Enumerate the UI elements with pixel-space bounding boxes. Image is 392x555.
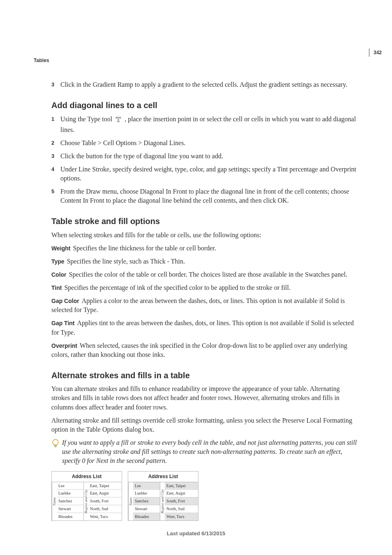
table-cell: East, Taipei bbox=[165, 482, 198, 490]
vertical-header-region: Region and City bbox=[160, 482, 165, 520]
definition-item: Gap TintApplies tint to the areas betwee… bbox=[51, 319, 357, 337]
step-item: 3 Click the button for the type of diago… bbox=[51, 152, 357, 161]
step-item: 3 Click in the Gradient Ramp to apply a … bbox=[51, 80, 357, 89]
table-cell: Luebke bbox=[57, 490, 83, 497]
footer-last-updated: Last updated 6/13/2015 bbox=[0, 530, 392, 536]
step-text: Choose Table > Cell Options > Diagonal L… bbox=[60, 139, 186, 146]
table-cell: Lee bbox=[57, 482, 83, 490]
step-number: 5 bbox=[51, 188, 54, 195]
svg-rect-0 bbox=[54, 445, 57, 446]
step-number: 4 bbox=[51, 166, 54, 173]
definition-desc: Applies tint to the areas between the da… bbox=[51, 319, 354, 335]
step-item: 5 From the Draw menu, choose Diagonal In… bbox=[51, 187, 357, 205]
heading-diagonal: Add diagonal lines to a cell bbox=[51, 100, 357, 111]
page: Tables 342 3 Click in the Gradient Ramp … bbox=[0, 0, 392, 555]
definition-desc: Specifies the line thickness for the tab… bbox=[73, 245, 216, 252]
definition-desc: Applies a color to the areas between the… bbox=[51, 297, 345, 313]
definition-item: TypeSpecifies the line style, such as Th… bbox=[51, 257, 357, 266]
table-cell: Lee bbox=[133, 482, 160, 490]
vertical-header-region: Region and City bbox=[83, 482, 88, 520]
table-cell: East, Taipei bbox=[88, 482, 122, 490]
table-cell: Rhoades bbox=[133, 513, 160, 520]
table-cell: West, Tucs bbox=[88, 513, 122, 520]
tip-paragraph: If you want to apply a fill or stroke to… bbox=[51, 438, 357, 465]
heading-stroke-fill: Table stroke and fill options bbox=[51, 216, 357, 227]
vertical-header-name: Name bbox=[52, 482, 57, 520]
table-cell: Stewart bbox=[133, 505, 160, 513]
table-cell: South, Fort bbox=[165, 497, 198, 505]
sample-table-title: Address List bbox=[52, 472, 122, 482]
step-text: Click the button for the type of diagona… bbox=[60, 153, 223, 160]
table-cell: Luebke bbox=[133, 490, 160, 497]
table-cell: Stewart bbox=[57, 505, 83, 513]
lightbulb-icon bbox=[51, 439, 60, 451]
definition-desc: Specifies the percentage of ink of the s… bbox=[64, 284, 290, 291]
step-text: Click in the Gradient Ramp to apply a gr… bbox=[60, 81, 347, 88]
type-tool-icon bbox=[115, 116, 122, 125]
definition-item: ColorSpecifies the color of the table or… bbox=[51, 270, 357, 279]
sample-table-alternating: Address List Name Lee Region and City Ea… bbox=[128, 471, 198, 521]
table-cell: Rhoades bbox=[57, 513, 83, 520]
step-text: From the Draw menu, choose Diagonal In F… bbox=[60, 188, 349, 204]
table-cell: East, Augst bbox=[165, 490, 198, 497]
definition-term: Gap Tint bbox=[51, 320, 75, 326]
definition-item: OverprintWhen selected, causes the ink s… bbox=[51, 341, 357, 359]
table-cell: North, Sud bbox=[88, 505, 122, 513]
paragraph: Alternating stroke and fill settings ove… bbox=[51, 416, 357, 434]
step-text-pre: Using the Type tool bbox=[60, 116, 114, 123]
definition-item: WeightSpecifies the line thickness for t… bbox=[51, 244, 357, 253]
definition-term: Type bbox=[51, 258, 65, 265]
svg-rect-1 bbox=[55, 446, 57, 447]
step-item: 1 Using the Type tool , place the insert… bbox=[51, 115, 357, 134]
step-number: 3 bbox=[51, 81, 54, 88]
table-cell: Sanchez bbox=[57, 497, 83, 505]
step-number: 3 bbox=[51, 153, 54, 160]
heading-alternate: Alternate strokes and fills in a table bbox=[51, 370, 357, 382]
table-cell: East, Augst bbox=[88, 490, 122, 497]
definition-desc: Specifies the color of the table or cell… bbox=[69, 271, 348, 278]
intro-paragraph: When selecting strokes and fills for the… bbox=[51, 231, 357, 240]
table-cell: South, Fort bbox=[88, 497, 122, 505]
step-number: 1 bbox=[51, 116, 54, 123]
definition-desc: When selected, causes the ink specified … bbox=[51, 342, 347, 358]
definition-item: Gap ColorApplies a color to the areas be… bbox=[51, 296, 357, 314]
definition-term: Weight bbox=[51, 245, 70, 252]
table-cell: North, Sud bbox=[165, 505, 198, 513]
step-item: 4 Under Line Stroke, specify desired wei… bbox=[51, 165, 357, 183]
step-number: 2 bbox=[51, 139, 54, 147]
tip-text: If you want to apply a fill or stroke to… bbox=[62, 439, 357, 464]
body-column: 3 Click in the Gradient Ramp to apply a … bbox=[51, 80, 357, 521]
step-item: 2 Choose Table > Cell Options > Diagonal… bbox=[51, 139, 357, 148]
paragraph: You can alternate strokes and fills to e… bbox=[51, 384, 357, 412]
definition-item: TintSpecifies the percentage of ink of t… bbox=[51, 283, 357, 292]
running-head: Tables bbox=[34, 58, 49, 63]
page-number: 342 bbox=[369, 49, 382, 57]
definition-term: Color bbox=[51, 271, 67, 278]
sample-table-title: Address List bbox=[128, 472, 198, 482]
sample-table-plain: Address List Name Lee Region and City Ea… bbox=[51, 471, 122, 521]
sample-tables: Address List Name Lee Region and City Ea… bbox=[51, 471, 357, 521]
step-text: Using the Type tool , place the insertio… bbox=[60, 116, 356, 133]
step-text: Under Line Stroke, specify desired weigh… bbox=[60, 166, 356, 182]
definition-term: Tint bbox=[51, 284, 62, 291]
table-cell: Sanchez bbox=[133, 497, 160, 505]
definition-desc: Specifies the line style, such as Thick … bbox=[67, 258, 185, 265]
table-cell: West, Tucs bbox=[165, 513, 198, 520]
vertical-header-name: Name bbox=[128, 482, 133, 520]
definition-term: Gap Color bbox=[51, 298, 79, 304]
definition-term: Overprint bbox=[51, 342, 77, 349]
